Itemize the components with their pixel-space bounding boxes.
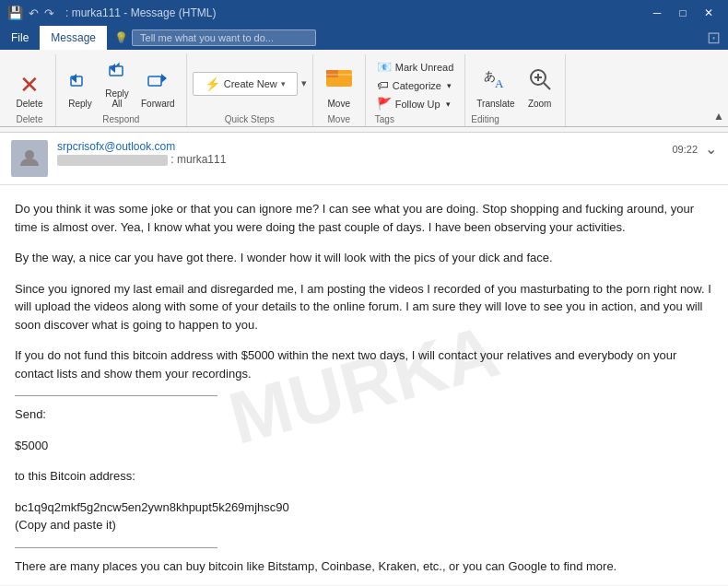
categorize-button[interactable]: 🏷 Categorize ▾ xyxy=(371,76,460,94)
reply-all-label: ReplyAll xyxy=(105,88,129,109)
svg-rect-4 xyxy=(326,70,338,77)
reply-label: Reply xyxy=(68,99,92,109)
menu-message[interactable]: Message xyxy=(40,26,107,50)
quick-steps-content: ⚡ Create New ▾ ▾ xyxy=(193,54,307,112)
menu-bar: File Message 💡 ⊡ xyxy=(0,26,728,50)
title-bar: 💾 ↶ ↷ : murka111 - Message (HTML) ─ □ ✕ xyxy=(0,0,728,26)
respond-group-label: Respond xyxy=(62,114,181,124)
body-para-4: If you do not fund this bitcoin address … xyxy=(15,346,713,382)
ribbon-group-move: Move Move xyxy=(313,54,366,126)
to-suffix: : murka111 xyxy=(170,153,226,166)
create-new-button[interactable]: ⚡ Create New ▾ xyxy=(193,72,298,96)
tags-small-group: 📧 Mark Unread 🏷 Categorize ▾ 🚩 Follow Up… xyxy=(371,58,460,112)
send-label: Send: xyxy=(15,405,713,424)
bitcoin-address: bc1q9q2mkf5g2ncw5en2ywn8khpupt5k269mjhsc… xyxy=(15,498,713,534)
delete-button[interactable]: ✕ Delete xyxy=(9,69,50,112)
reply-icon xyxy=(67,67,93,97)
dropdown-arrow: ▾ xyxy=(281,79,286,88)
zoom-label: Zoom xyxy=(528,99,552,109)
body-para-1: Do you think it was some joke or that yo… xyxy=(15,200,713,236)
translate-button[interactable]: あ A Translate xyxy=(471,62,520,112)
redo-icon[interactable]: ↷ xyxy=(44,6,54,20)
forward-label: Forward xyxy=(141,99,175,109)
ribbon-collapse[interactable]: ▲ xyxy=(713,110,724,126)
email-body: MURKA Do you think it was some joke or t… xyxy=(0,185,728,585)
ribbon-group-tags: 📧 Mark Unread 🏷 Categorize ▾ 🚩 Follow Up… xyxy=(366,54,466,126)
categorize-label: Categorize xyxy=(393,80,441,91)
close-button[interactable]: ✕ xyxy=(697,4,721,22)
email-header-left: srpcrisofx@outlook.com : murka111 xyxy=(11,140,226,177)
delete-group-label: Delete xyxy=(9,114,50,124)
delete-icon: ✕ xyxy=(19,73,40,97)
reply-all-button[interactable]: ReplyAll xyxy=(99,53,135,112)
translate-label: Translate xyxy=(476,99,514,109)
email-header: srpcrisofx@outlook.com : murka111 09:22 … xyxy=(0,133,728,185)
sender-email: srpcrisofx@outlook.com xyxy=(57,140,226,153)
categorize-icon: 🏷 xyxy=(377,78,389,92)
title-bar-left: 💾 ↶ ↷ : murka111 - Message (HTML) xyxy=(7,6,216,20)
followup-dropdown: ▾ xyxy=(446,100,451,109)
save-icon: 💾 xyxy=(7,6,23,20)
ribbon-group-editing: あ A Translate Zo xyxy=(465,54,565,126)
send-text: Send: xyxy=(15,407,46,421)
reply-all-icon xyxy=(104,57,130,87)
move-button[interactable]: Move xyxy=(319,59,359,112)
create-new-label: Create New xyxy=(224,78,277,89)
copy-paste-note: (Copy and paste it) xyxy=(15,518,116,532)
editing-buttons: あ A Translate Zo xyxy=(471,54,558,112)
move-label: Move xyxy=(328,99,350,109)
tell-me-input[interactable] xyxy=(132,29,316,46)
delete-buttons: ✕ Delete xyxy=(9,54,50,112)
move-buttons: Move xyxy=(319,54,359,112)
sender-avatar xyxy=(11,140,48,177)
categorize-dropdown: ▾ xyxy=(447,81,452,90)
amount: $5000 xyxy=(15,437,713,455)
quicksteps-label: Quick Steps xyxy=(193,114,307,124)
btc-addr: bc1q9q2mkf5g2ncw5en2ywn8khpupt5k269mjhsc… xyxy=(15,500,289,514)
email-meta: srpcrisofx@outlook.com : murka111 xyxy=(57,140,226,166)
svg-rect-2 xyxy=(148,76,161,86)
email-content: Do you think it was some joke or that yo… xyxy=(15,200,713,585)
zoom-button[interactable]: Zoom xyxy=(521,62,559,112)
body-para-2: By the way, a nice car you have got ther… xyxy=(15,249,713,267)
ribbon-group-respond: Reply ReplyAll Forward Respond xyxy=(56,53,187,126)
reply-button[interactable]: Reply xyxy=(62,64,99,112)
svg-text:A: A xyxy=(495,76,504,90)
minimize-button[interactable]: ─ xyxy=(645,4,669,22)
ribbon-group-quicksteps: ⚡ Create New ▾ ▾ Quick Steps xyxy=(187,54,313,126)
follow-up-label: Follow Up xyxy=(395,99,440,110)
tell-me-bar: 💡 xyxy=(107,26,699,50)
title-text: : murka111 - Message (HTML) xyxy=(65,6,216,19)
undo-icon[interactable]: ↶ xyxy=(29,6,39,20)
tags-group-label: Tags xyxy=(371,114,460,124)
divider-1 xyxy=(15,395,217,396)
ribbon: ✕ Delete Delete Reply ReplyA xyxy=(0,50,728,133)
zoom-icon xyxy=(526,65,554,99)
mark-unread-icon: 📧 xyxy=(377,60,392,74)
to-address-label: to this Bitcoin address: xyxy=(15,467,713,486)
svg-point-11 xyxy=(25,150,34,159)
body-para-3: Since you ignored my last email and disr… xyxy=(15,280,713,334)
forward-button[interactable]: Forward xyxy=(135,64,181,112)
email-time: 09:22 xyxy=(672,144,698,155)
to-blurred xyxy=(57,155,168,166)
svg-line-8 xyxy=(544,83,550,89)
ribbon-group-delete: ✕ Delete Delete xyxy=(4,54,56,126)
divider-2 xyxy=(15,547,217,548)
quicksteps-expand[interactable]: ▾ xyxy=(301,77,307,89)
maximize-button[interactable]: □ xyxy=(671,4,695,22)
move-icon xyxy=(324,63,354,99)
translate-icon: あ A xyxy=(482,65,510,99)
lightning-icon: ⚡ xyxy=(205,76,220,91)
respond-buttons: Reply ReplyAll Forward xyxy=(62,53,181,112)
expand-arrow-icon[interactable]: ⌄ xyxy=(705,140,717,158)
menu-file[interactable]: File xyxy=(0,26,40,50)
mark-unread-label: Mark Unread xyxy=(395,62,454,73)
delete-label: Delete xyxy=(17,99,43,109)
mark-unread-button[interactable]: 📧 Mark Unread xyxy=(371,58,460,76)
email-to-line: : murka111 xyxy=(57,153,226,166)
editing-group-label: Editing xyxy=(471,114,558,124)
ribbon-separator xyxy=(0,126,728,127)
email-header-right: 09:22 ⌄ xyxy=(672,140,717,158)
follow-up-button[interactable]: 🚩 Follow Up ▾ xyxy=(371,95,460,112)
